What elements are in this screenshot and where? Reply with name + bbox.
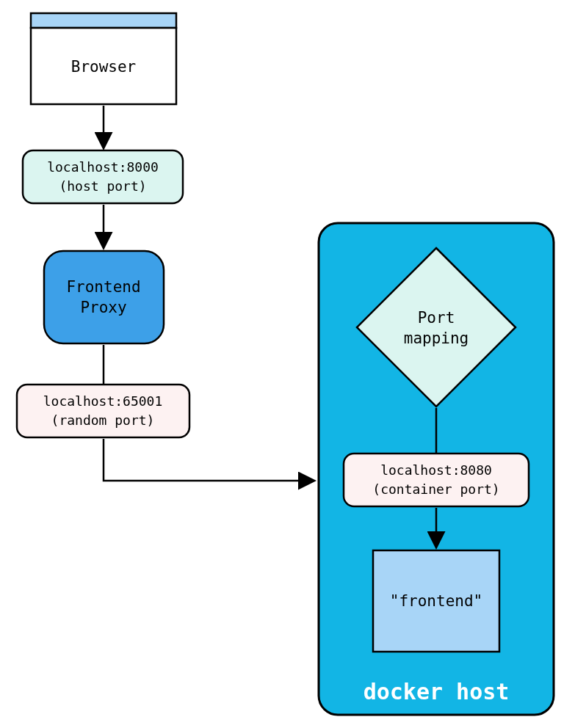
browser-node: Browser [31,13,176,104]
svg-rect-2 [23,150,183,203]
port-mapping-line2: mapping [404,330,469,347]
docker-host-label: docker host [364,679,510,705]
arrow-randomport-to-docker [104,439,313,481]
svg-rect-6 [344,454,529,506]
container-port-pill: localhost:8080 (container port) [344,454,529,506]
host-port-pill: localhost:8000 (host port) [23,150,183,203]
container-port-code: localhost:8080 [380,462,492,478]
random-port-pill: localhost:65001 (random port) [17,385,189,437]
svg-rect-0 [31,13,176,28]
frontend-proxy-node: Frontend Proxy [44,251,164,343]
svg-rect-4 [17,385,189,437]
browser-label: Browser [71,58,137,76]
frontend-container-label: "frontend" [390,592,482,610]
frontend-container-node: "frontend" [373,550,499,652]
host-port-code: localhost:8000 [47,159,159,175]
port-mapping-line1: Port [418,309,455,327]
random-port-sub: (random port) [51,412,155,428]
svg-rect-3 [44,251,164,343]
frontend-proxy-line1: Frontend [66,278,140,296]
container-port-sub: (container port) [372,481,499,497]
random-port-code: localhost:65001 [43,393,163,409]
host-port-sub: (host port) [59,178,146,194]
frontend-proxy-line2: Proxy [80,299,126,316]
